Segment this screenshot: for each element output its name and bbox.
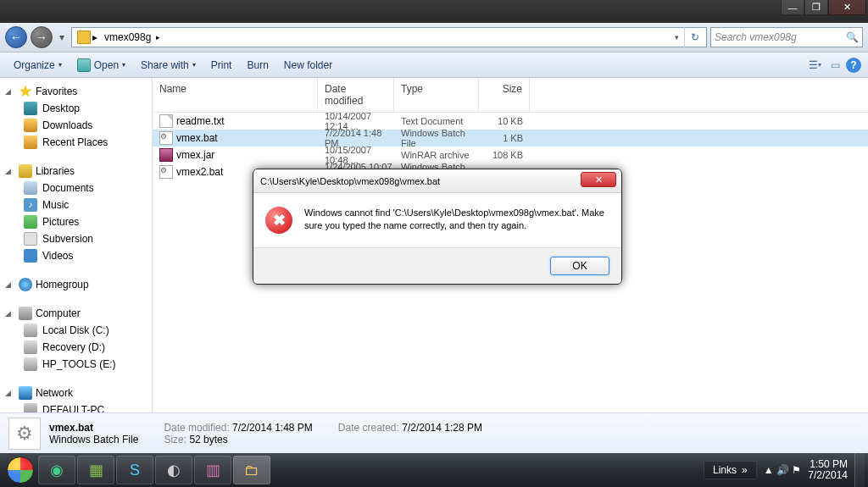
homegroup-label: Homegroup: [36, 279, 89, 291]
file-name: vmex.bat: [176, 132, 218, 144]
sidebar-item-label: Recent Places: [42, 136, 108, 148]
windows-orb-icon: [7, 457, 34, 484]
file-icon: [159, 148, 173, 162]
system-tray: Links » ▲ 🔊 ⚑ 1:50 PM 7/2/2014: [697, 459, 854, 481]
taskbar-steam[interactable]: ◐: [155, 456, 192, 484]
nav-history-dropdown[interactable]: ▾: [56, 29, 68, 46]
print-button[interactable]: Print: [204, 56, 239, 75]
col-type-header[interactable]: Type: [394, 78, 479, 112]
share-menu[interactable]: Share with ▾: [134, 56, 203, 75]
sidebar-item-disk-e[interactable]: HP_TOOLS (E:): [0, 356, 152, 373]
twisty-icon: ◢: [5, 280, 15, 289]
sidebar-item-label: Subversion: [42, 233, 93, 245]
preview-pane-button[interactable]: ▭: [826, 56, 844, 75]
maximize-button[interactable]: ❐: [804, 0, 828, 15]
homegroup-header[interactable]: ◢Homegroup: [0, 276, 152, 293]
breadcrumb-bar[interactable]: ▸ vmex098g ▸ ▾ ↻: [71, 27, 707, 47]
file-row[interactable]: vmex.bat7/2/2014 1:48 PMWindows Batch Fi…: [153, 130, 868, 147]
computer-icon: [19, 307, 32, 320]
breadcrumb-dropdown[interactable]: ▾: [670, 33, 684, 42]
back-button[interactable]: ←: [5, 26, 27, 48]
pc-icon: [24, 403, 37, 412]
taskbar-chrome[interactable]: ◉: [38, 456, 75, 484]
sidebar-item-music[interactable]: ♪Music: [0, 196, 152, 213]
taskbar-winrar[interactable]: ▥: [194, 456, 231, 484]
nav-sidebar: ◢ Favorites Desktop Downloads Recent Pla…: [0, 78, 153, 412]
chevron-icon: »: [742, 464, 748, 476]
minimize-button[interactable]: —: [781, 0, 804, 15]
organize-label: Organize: [14, 59, 55, 71]
pictures-icon: [24, 215, 37, 229]
file-row[interactable]: vmex.jar10/15/2007 10:48 ...WinRAR archi…: [153, 147, 868, 163]
start-button[interactable]: [3, 453, 37, 487]
libraries-header[interactable]: ◢Libraries: [0, 163, 152, 180]
refresh-button[interactable]: ↻: [684, 27, 704, 47]
file-size: 10 KB: [479, 116, 530, 126]
dialog-titlebar[interactable]: C:\Users\Kyle\Desktop\vmex098g\vmex.bat …: [253, 169, 621, 193]
file-size: 1 KB: [479, 133, 530, 143]
col-date-header[interactable]: Date modified: [318, 78, 394, 112]
details-pane: ⚙ vmex.bat Windows Batch File Date modif…: [0, 412, 868, 453]
ok-button[interactable]: OK: [550, 257, 609, 275]
sidebar-item-subversion[interactable]: Subversion: [0, 230, 152, 247]
open-icon: [77, 58, 91, 72]
file-name: vmex.jar: [176, 149, 214, 161]
show-desktop-button[interactable]: [854, 453, 865, 487]
sidebar-item-documents[interactable]: Documents: [0, 180, 152, 196]
sidebar-item-disk-c[interactable]: Local Disk (C:): [0, 322, 152, 339]
clock-date: 7/2/2014: [808, 470, 848, 481]
taskbar-explorer[interactable]: 🗀: [233, 456, 270, 484]
homegroup-icon: [19, 278, 32, 291]
sidebar-item-pc[interactable]: DEFAULT-PC: [0, 401, 152, 412]
new-folder-button[interactable]: New folder: [277, 56, 339, 75]
tray-icons[interactable]: ▲ 🔊 ⚑: [764, 464, 802, 476]
sidebar-item-disk-d[interactable]: Recovery (D:): [0, 339, 152, 356]
sidebar-item-pictures[interactable]: Pictures: [0, 213, 152, 230]
open-menu[interactable]: Open ▾: [70, 55, 132, 75]
details-filename: vmex.bat: [49, 422, 93, 434]
dialog-close-button[interactable]: ✕: [581, 172, 616, 187]
links-toolbar[interactable]: Links »: [704, 461, 757, 479]
search-input[interactable]: Search vmex098g 🔍: [710, 27, 863, 47]
documents-icon: [24, 181, 37, 195]
sidebar-item-label: DEFAULT-PC: [42, 404, 104, 412]
chevron-down-icon: ▾: [58, 61, 62, 69]
file-type: WinRAR archive: [394, 150, 479, 160]
taskbar: ◉ ▦ S ◐ ▥ 🗀 Links » ▲ 🔊 ⚑ 1:50 PM 7/2/20…: [0, 453, 868, 487]
close-button[interactable]: ✕: [828, 0, 866, 15]
col-name-header[interactable]: Name: [153, 78, 318, 112]
libraries-label: Libraries: [36, 165, 75, 177]
sidebar-item-desktop[interactable]: Desktop: [0, 100, 152, 117]
library-icon: [19, 164, 32, 178]
taskbar-app2[interactable]: ▦: [77, 456, 114, 484]
network-header[interactable]: ◢Network: [0, 385, 152, 401]
favorites-header[interactable]: ◢ Favorites: [0, 83, 152, 100]
taskbar-skype[interactable]: S: [116, 456, 153, 484]
clock[interactable]: 1:50 PM 7/2/2014: [808, 459, 848, 481]
burn-button[interactable]: Burn: [240, 56, 275, 75]
downloads-icon: [24, 119, 37, 132]
network-icon: [19, 386, 32, 400]
col-size-header[interactable]: Size: [479, 78, 530, 112]
sidebar-item-label: Documents: [42, 182, 94, 194]
dialog-message: Windows cannot find 'C:\Users\Kyle\Deskt…: [304, 207, 609, 234]
sidebar-item-videos[interactable]: Videos: [0, 247, 152, 264]
view-options-button[interactable]: ☰▾: [805, 56, 824, 75]
breadcrumb-folder[interactable]: vmex098g ▸: [101, 28, 164, 47]
subversion-icon: [24, 232, 37, 246]
file-name: readme.txt: [176, 115, 225, 127]
file-row[interactable]: readme.txt10/14/2007 12:14 ...Text Docum…: [153, 113, 868, 130]
error-icon: ✖: [265, 207, 292, 234]
sidebar-item-label: Desktop: [42, 102, 80, 114]
disk-icon: [24, 324, 37, 337]
share-label: Share with: [141, 59, 189, 71]
sidebar-item-recent[interactable]: Recent Places: [0, 134, 152, 151]
search-placeholder: Search vmex098g: [715, 31, 797, 43]
forward-button[interactable]: →: [31, 26, 53, 48]
organize-menu[interactable]: Organize ▾: [7, 56, 69, 75]
sidebar-item-downloads[interactable]: Downloads: [0, 117, 152, 134]
breadcrumb-root[interactable]: ▸: [74, 28, 101, 47]
help-button[interactable]: ?: [846, 58, 861, 73]
file-icon: [159, 165, 173, 179]
computer-header[interactable]: ◢Computer: [0, 305, 152, 322]
